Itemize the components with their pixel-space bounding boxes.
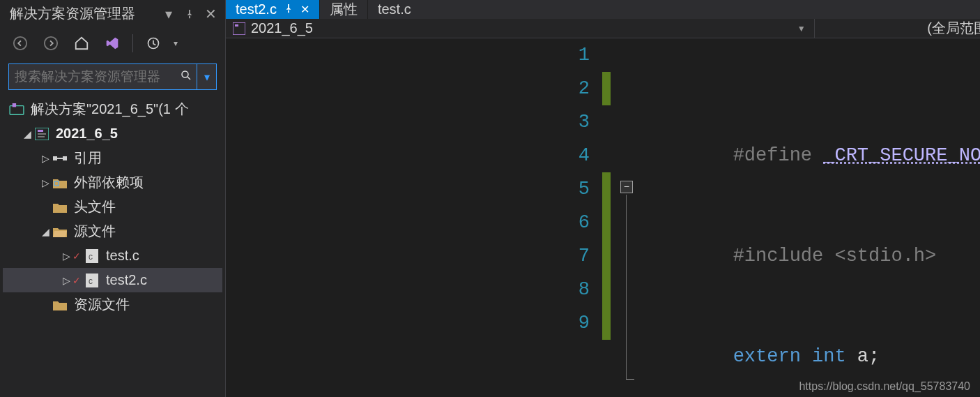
vs-icon[interactable] [102, 33, 123, 54]
line-number: 8 [226, 273, 590, 306]
resources-label: 资源文件 [74, 295, 130, 314]
back-icon[interactable] [10, 33, 31, 54]
sources-node[interactable]: ◢ 源文件 [3, 219, 222, 244]
project-label: 2021_6_5 [56, 126, 118, 142]
code-line[interactable]: #include <stdio.h> [643, 206, 980, 239]
svg-rect-8 [38, 133, 46, 135]
expand-icon[interactable]: ▷ [39, 177, 52, 188]
search-icon[interactable] [180, 69, 192, 85]
scope-project-label: 2021_6_5 [251, 20, 313, 36]
solution-icon [8, 103, 25, 117]
svg-text:c: c [89, 276, 93, 286]
tab-label: 属性 [330, 0, 358, 19]
references-icon [52, 151, 68, 165]
line-number-gutter: 1 2 3 4 5 6 7 8 9 [226, 38, 602, 397]
search-dropdown[interactable]: ▾ [197, 63, 217, 90]
resources-node[interactable]: 资源文件 [3, 292, 222, 317]
c-file-icon: c [84, 274, 100, 287]
tab-test-c[interactable]: test.c [368, 0, 421, 19]
folder-icon [52, 298, 68, 312]
close-icon[interactable]: ✕ [300, 3, 309, 16]
sources-label: 源文件 [74, 222, 116, 241]
c-file-icon: c [84, 249, 100, 263]
dropdown-icon[interactable]: ▾ [161, 6, 176, 22]
solution-tree: 解决方案"2021_6_5"(1 个 ◢ 2021_6_5 ▷ 引用 ▷ 外部依… [0, 96, 225, 318]
line-number: 7 [226, 239, 590, 273]
external-deps-node[interactable]: ▷ 外部依赖项 [3, 170, 222, 195]
svg-point-3 [182, 71, 188, 77]
fold-column: − [611, 38, 643, 397]
line-number: 1 [226, 38, 590, 72]
tab-label: test.c [378, 1, 411, 17]
code-line[interactable]: extern int a; [643, 306, 980, 340]
project-icon [233, 22, 245, 35]
expand-icon[interactable]: ▷ [39, 153, 52, 164]
code-editor[interactable]: 1 2 3 4 5 6 7 8 9 − # [226, 38, 980, 397]
tab-properties[interactable]: 属性 [320, 0, 368, 19]
pin-icon[interactable] [284, 3, 293, 16]
references-label: 引用 [74, 149, 102, 167]
close-icon[interactable]: ✕ [203, 6, 218, 22]
fold-toggle[interactable]: − [620, 181, 633, 193]
svg-text:c: c [89, 252, 93, 262]
file-label: test2.c [106, 272, 147, 288]
code-line[interactable]: #define _CRT_SECURE_NO_WARNINGS 1 [643, 105, 980, 139]
line-number: 6 [226, 206, 590, 239]
svg-point-1 [45, 37, 57, 50]
references-node[interactable]: ▷ 引用 [3, 146, 222, 170]
forward-icon[interactable] [40, 33, 61, 54]
expand-icon[interactable]: ◢ [39, 226, 52, 237]
pin-icon[interactable] [182, 6, 197, 22]
code-area[interactable]: #define _CRT_SECURE_NO_WARNINGS 1 #inclu… [643, 38, 980, 397]
scope-global-label: (全局范围) [927, 19, 980, 38]
svg-rect-11 [63, 156, 67, 160]
explorer-title: 解决方案资源管理器 [10, 4, 155, 23]
svg-rect-4 [10, 105, 24, 114]
scope-global-dropdown[interactable]: (全局范围) [815, 19, 980, 38]
toolbar-separator [132, 34, 133, 52]
svg-rect-5 [13, 103, 16, 107]
expand-icon[interactable]: ▷ [60, 275, 72, 286]
navigation-bar: 2021_6_5 ▼ (全局范围) [226, 19, 980, 38]
tab-test2-c[interactable]: test2.c ✕ [226, 0, 320, 19]
fold-line [626, 195, 627, 380]
external-deps-label: 外部依赖项 [74, 173, 144, 192]
search-input[interactable] [15, 69, 180, 84]
svg-rect-7 [38, 130, 43, 132]
svg-rect-10 [53, 156, 57, 160]
svg-rect-9 [38, 136, 45, 137]
line-number: 2 [226, 72, 590, 105]
solution-node[interactable]: 解决方案"2021_6_5"(1 个 [3, 97, 222, 121]
expand-icon[interactable]: ◢ [21, 128, 33, 140]
toolbar-chevron-icon[interactable]: ▾ [174, 38, 178, 48]
solution-explorer: 解决方案资源管理器 ▾ ✕ ▾ ▾ [0, 0, 226, 397]
project-node[interactable]: ◢ 2021_6_5 [3, 121, 222, 146]
file-test2-c[interactable]: ▷ ✓ c test2.c [3, 268, 222, 292]
line-number: 5 [226, 172, 590, 206]
line-number: 4 [226, 139, 590, 172]
svg-rect-19 [235, 24, 238, 27]
watermark: https://blog.csdn.net/qq_55783740 [799, 380, 970, 393]
svg-rect-12 [57, 158, 63, 159]
change-indicator [602, 38, 611, 397]
expand-icon[interactable]: ▷ [60, 250, 72, 262]
folder-icon [52, 176, 68, 190]
headers-node[interactable]: 头文件 [3, 195, 222, 219]
chevron-down-icon: ▼ [797, 24, 806, 33]
line-number: 9 [226, 306, 590, 340]
project-icon [33, 127, 50, 141]
svg-point-0 [14, 37, 26, 50]
file-test-c[interactable]: ▷ ✓ c test.c [3, 244, 222, 268]
line-number: 3 [226, 105, 590, 139]
tab-label: test2.c [236, 1, 277, 17]
svg-rect-18 [233, 22, 245, 35]
check-icon: ✓ [72, 250, 81, 262]
solution-label: 解决方案"2021_6_5"(1 个 [31, 100, 189, 119]
search-box[interactable] [8, 63, 197, 90]
home-icon[interactable] [71, 33, 92, 54]
fold-end [626, 379, 634, 380]
folder-open-icon [52, 225, 68, 239]
document-tabs: test2.c ✕ 属性 test.c [226, 0, 980, 19]
history-icon[interactable] [143, 33, 164, 54]
scope-project-dropdown[interactable]: 2021_6_5 ▼ [226, 19, 815, 38]
